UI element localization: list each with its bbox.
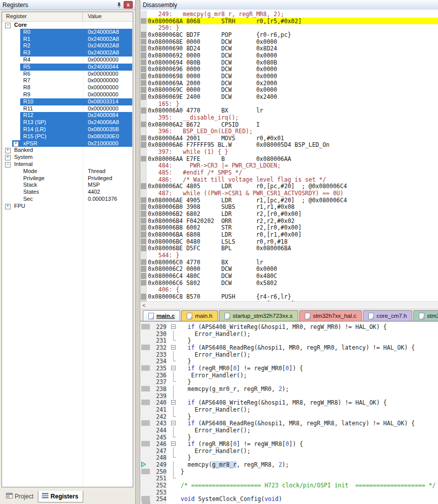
disassembly-line[interactable]: 249: memcpy(g_mr8_r, regR_MR8, 2);: [140, 11, 438, 18]
tab-core_cm7-h[interactable]: core_cm7.h: [363, 310, 412, 321]
tab-startup_stm32h723xx-s[interactable]: startup_stm32h723xx.s: [219, 310, 298, 321]
code-line-marker[interactable]: [141, 420, 150, 426]
tab-main-h[interactable]: main.h: [181, 310, 218, 321]
line-number[interactable]: 249: [151, 461, 169, 468]
disassembly-line[interactable]: 0x080006A0 4770 BX lr: [140, 107, 438, 114]
code-line-marker[interactable]: [140, 224, 147, 231]
code-line-marker[interactable]: [140, 210, 147, 217]
disassembly-line[interactable]: 484: PWR->CR3 |= PWR_CR3_LDOEN;: [140, 162, 438, 169]
expand-icon[interactable]: +: [5, 204, 11, 209]
code-line-marker[interactable]: [140, 141, 147, 148]
register-row[interactable]: R40x00000000: [2, 57, 133, 64]
code-line-marker[interactable]: [140, 31, 147, 38]
code-line-marker[interactable]: [140, 66, 147, 73]
code-line-marker[interactable]: [140, 259, 147, 266]
disassembly-line[interactable]: 0x0800068C BD7F POP {r0-r6,pc}: [140, 31, 438, 38]
disassembly-line[interactable]: 0x080006AC 4805 LDR r0,[pc,#20] ; @0x080…: [140, 183, 438, 190]
register-row[interactable]: R20x240002A8: [2, 42, 133, 49]
code-line-marker[interactable]: [140, 59, 147, 66]
source-line[interactable]: 246− if (regR_MR8[0] != regW_MR8[0]) {: [140, 440, 438, 447]
disassembly-line[interactable]: 0x080006BC 0480 LSLS r0,r0,#18: [140, 238, 438, 245]
disassembly-line[interactable]: 0x080006B0 3908 SUBS r1,r1,#0x08: [140, 203, 438, 210]
disassembly-line[interactable]: 0x080006C8 B570 PUSH {r4-r6,lr}: [140, 293, 438, 300]
code-line-marker[interactable]: [141, 469, 150, 474]
disassembly-current-line[interactable]: 0x0800068A 8068 STRH r0,[r5,#0x02]: [140, 18, 438, 25]
fold-margin[interactable]: −: [169, 420, 178, 427]
source-line[interactable]: 233 Error_Handler();: [140, 351, 438, 358]
line-number[interactable]: 241: [151, 406, 169, 413]
fold-margin[interactable]: −: [169, 344, 178, 351]
line-number[interactable]: 251: [151, 475, 169, 482]
disassembly-line[interactable]: 0x080006B4 F0420202 ORR r2,r2,#0x02: [140, 217, 438, 225]
code-line-marker[interactable]: [140, 197, 147, 204]
register-row[interactable]: Sec0.00001376: [2, 196, 133, 203]
code-line-marker[interactable]: [140, 231, 147, 238]
code-line-marker[interactable]: [140, 107, 147, 114]
disassembly-line[interactable]: 250: }: [140, 24, 438, 31]
register-row[interactable]: R10x240002A8: [2, 36, 133, 43]
disassembly-line[interactable]: 395: __disable_irq();: [140, 114, 438, 121]
source-line[interactable]: 250}: [140, 468, 438, 475]
source-line[interactable]: 251: [140, 475, 438, 482]
line-number[interactable]: 237: [151, 378, 169, 385]
fold-margin[interactable]: −: [169, 440, 178, 447]
register-row[interactable]: R15 (PC)0x080030E0: [2, 133, 133, 140]
code-line-marker[interactable]: [140, 279, 147, 287]
fold-collapse-icon[interactable]: −: [171, 345, 176, 350]
register-row[interactable]: R30x240002A8: [2, 49, 133, 57]
code-line-marker[interactable]: [140, 121, 147, 128]
source-line[interactable]: 253: [140, 489, 438, 496]
register-row[interactable]: −Core: [2, 22, 133, 29]
collapse-icon[interactable]: −: [5, 162, 11, 167]
line-number[interactable]: 252: [151, 482, 169, 489]
disassembly-line[interactable]: 0x080006C0 4770 BX lr: [140, 259, 438, 266]
register-row[interactable]: +System: [2, 154, 133, 161]
disassembly-line[interactable]: 0x0800069E 2400 DCW 0x2400: [140, 93, 438, 100]
register-row[interactable]: States4402: [2, 189, 133, 196]
tab-stm32h7xx_hal-c[interactable]: stm32h7xx_hal.c: [299, 310, 362, 321]
expand-icon[interactable]: +: [5, 148, 11, 153]
code-line-marker[interactable]: [140, 45, 147, 52]
fold-collapse-icon[interactable]: −: [171, 441, 176, 446]
line-number[interactable]: 238: [151, 385, 169, 393]
register-row[interactable]: R80x00000000: [2, 84, 133, 91]
source-line[interactable]: 234 }: [140, 358, 438, 365]
disassembly-line[interactable]: 0x080006C6 5802 DCW 0x5802: [140, 279, 438, 287]
code-line-marker[interactable]: [141, 324, 150, 329]
source-editor[interactable]: 229− if (APS6408_WriteReg(&hospi1, MR0, …: [140, 322, 438, 504]
line-number[interactable]: 240: [151, 399, 169, 406]
line-number[interactable]: 242: [151, 413, 169, 420]
register-row[interactable]: R14 (LR)0x0800035B: [2, 126, 133, 133]
disassembly-horizontal-scrollbar[interactable]: <: [140, 301, 438, 309]
disassembly-line[interactable]: 0x080006BA 6808 LDR r0,[r1,#0x00]: [140, 231, 438, 238]
source-line[interactable]: 243− if (APS6408_ReadReg(&hospi1, MR8, r…: [140, 420, 438, 427]
code-line-marker[interactable]: [140, 272, 147, 279]
line-number[interactable]: 232: [151, 344, 169, 351]
register-row[interactable]: +FPU: [2, 203, 133, 210]
line-number[interactable]: 247: [151, 447, 169, 455]
register-row[interactable]: +xPSR0x21000000: [2, 140, 133, 147]
code-line-marker[interactable]: [140, 265, 147, 272]
source-line[interactable]: 235− if (regR_MR0[0] != regW_MR0[0]) {: [140, 365, 438, 372]
source-line[interactable]: 252/* ==================== H723 clock/pi…: [140, 482, 438, 489]
source-line[interactable]: 242 }: [140, 413, 438, 420]
register-row[interactable]: R60x00000000: [2, 71, 133, 78]
code-line-marker[interactable]: [141, 400, 150, 405]
disassembly-line[interactable]: 0x080006B8 6002 STR r2,[r0,#0x00]: [140, 224, 438, 231]
code-line-marker[interactable]: [140, 86, 147, 93]
line-number[interactable]: 250: [151, 468, 169, 475]
source-line[interactable]: 239: [140, 393, 438, 400]
tab-stm32h7xx_hal_corte[interactable]: stm32h7xx_hal_corte: [413, 310, 438, 321]
fold-margin[interactable]: −: [169, 323, 178, 330]
source-line[interactable]: 230 Error_Handler();: [140, 330, 438, 338]
line-number[interactable]: 234: [151, 358, 169, 365]
code-line-marker[interactable]: [140, 238, 147, 245]
register-row[interactable]: R90x00000000: [2, 91, 133, 98]
code-line-marker[interactable]: [140, 18, 147, 25]
line-number[interactable]: 236: [151, 372, 169, 379]
line-number[interactable]: 244: [151, 427, 169, 434]
disassembly-line[interactable]: 165: }: [140, 100, 438, 107]
code-line-marker[interactable]: [140, 245, 147, 252]
source-line[interactable]: 249 memcpy(g_mr8_r, regR_MR8, 2);: [140, 461, 438, 468]
fold-collapse-icon[interactable]: −: [171, 421, 176, 425]
